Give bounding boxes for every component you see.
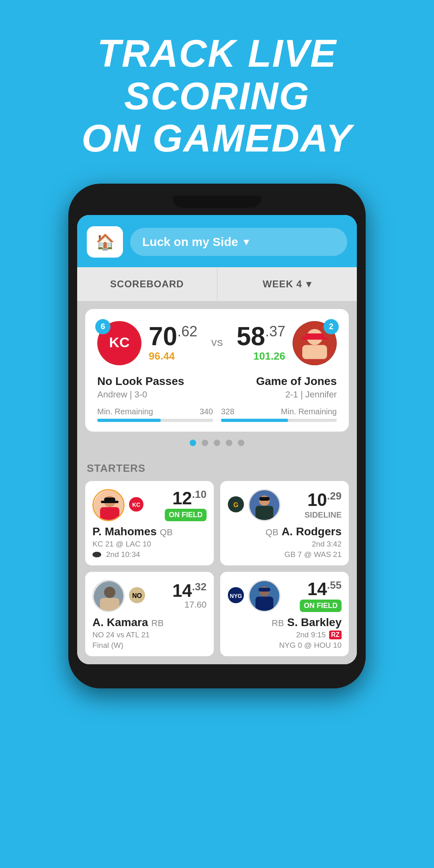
tab-week[interactable]: WEEK 4 ▾ xyxy=(217,267,357,301)
mahomes-pos: QB xyxy=(160,527,173,538)
right-progress-bg xyxy=(221,419,337,422)
progress-section: Min. Remaining 340 328 Min. Remaining xyxy=(97,407,337,422)
right-score-block: 58.37 101.26 xyxy=(237,323,285,362)
starters-grid: KC 12.10 ON FIELD P. Mahomes QB xyxy=(85,481,349,656)
left-score-main: 70.62 xyxy=(149,323,197,349)
svg-rect-7 xyxy=(301,337,328,340)
left-team-meta: Andrew | 3-0 xyxy=(97,389,201,400)
dot-1[interactable] xyxy=(190,440,196,446)
player-card-rodgers[interactable]: G xyxy=(220,481,349,565)
mahomes-quarter: 2nd 10:34 xyxy=(92,550,207,559)
starters-label: STARTERS xyxy=(85,462,349,475)
player-card-mahomes[interactable]: KC 12.10 ON FIELD P. Mahomes QB xyxy=(85,481,214,565)
player-card-kamara[interactable]: NO 14.32 17.60 A. Kamara RB xyxy=(85,572,214,656)
dot-2[interactable] xyxy=(202,440,208,446)
svg-text:KC: KC xyxy=(109,334,130,350)
barkley-score: 14.55 xyxy=(300,580,342,598)
gb-logo: G xyxy=(227,496,244,514)
rodgers-name: A. Rodgers xyxy=(282,525,342,538)
rodgers-quarter: GB 7 @ WAS 21 xyxy=(227,550,342,559)
rodgers-name-row: QB A. Rodgers xyxy=(227,525,342,538)
left-progress-bg xyxy=(97,419,213,422)
rodgers-pos: QB xyxy=(266,527,278,538)
redzone-badge: RZ xyxy=(329,631,342,639)
rodgers-photo xyxy=(248,489,280,521)
svg-text:NO: NO xyxy=(132,592,142,599)
match-card: KC 6 70.62 xyxy=(85,309,349,432)
mahomes-time: 2nd 10:34 xyxy=(106,550,140,559)
player-img-group-barkley: NYG xyxy=(227,580,280,612)
rodgers-time: 2nd 3:42 xyxy=(312,540,342,549)
team-right: 2 58.37 101.26 xyxy=(237,321,337,365)
right-projected: 101.26 xyxy=(237,350,285,362)
phone-wrapper: 🏠 Luck on my Side ▾ SCOREBOARD WEEK 4 ▾ xyxy=(0,184,434,688)
mahomes-score: 12.10 xyxy=(165,489,207,507)
barkley-name-row: RB S. Barkley xyxy=(227,616,342,629)
svg-text:G: G xyxy=(233,502,238,508)
kamara-proj: 17.60 xyxy=(172,600,207,610)
football-icon xyxy=(92,552,101,557)
barkley-game-info: NYG 0 @ HOU 10 xyxy=(227,641,342,650)
rodgers-game: GB 7 @ WAS 21 xyxy=(285,550,342,559)
team-selector-label: Luck on my Side xyxy=(142,235,238,249)
svg-rect-20 xyxy=(259,497,270,500)
starter-top-mahomes: KC 12.10 ON FIELD xyxy=(92,489,207,521)
barkley-score-block: 14.55 ON FIELD xyxy=(300,580,342,612)
player-card-barkley[interactable]: NYG xyxy=(220,572,349,656)
phone-screen: 🏠 Luck on my Side ▾ SCOREBOARD WEEK 4 ▾ xyxy=(77,215,357,664)
svg-rect-12 xyxy=(101,501,119,503)
svg-rect-23 xyxy=(100,598,119,612)
dot-3[interactable] xyxy=(214,440,220,446)
match-cards-area: KC 6 70.62 xyxy=(77,301,357,454)
kamara-score-block: 14.32 17.60 xyxy=(172,581,207,610)
dot-4[interactable] xyxy=(226,440,232,446)
right-min-number: 328 xyxy=(221,407,234,416)
kamara-name: A. Kamara xyxy=(92,616,148,629)
scores-row: KC 6 70.62 xyxy=(97,321,337,365)
player-img-group-kamara: NO xyxy=(92,580,145,612)
kamara-time: Final (W) xyxy=(92,641,123,650)
kamara-pos: RB xyxy=(151,618,164,628)
home-button[interactable]: 🏠 xyxy=(87,226,123,258)
team-selector[interactable]: Luck on my Side ▾ xyxy=(130,228,347,256)
left-min-number: 340 xyxy=(200,407,213,416)
barkley-game: NYG 0 @ HOU 10 xyxy=(279,641,342,650)
left-projected: 96.44 xyxy=(149,350,197,362)
svg-text:NYG: NYG xyxy=(230,593,242,599)
scoreboard-tabs: SCOREBOARD WEEK 4 ▾ xyxy=(77,267,357,301)
rodgers-score-block: 10.29 SIDELINE xyxy=(305,491,342,520)
right-min-label: Min. Remaining xyxy=(281,407,337,416)
no-logo: NO xyxy=(129,587,145,605)
right-team-meta: 2-1 | Jennifer xyxy=(233,389,337,400)
starter-top-kamara: NO 14.32 17.60 xyxy=(92,580,207,612)
svg-rect-5 xyxy=(302,345,327,359)
tab-scoreboard[interactable]: SCOREBOARD xyxy=(77,267,217,301)
mahomes-name: P. Mahomes xyxy=(92,525,157,538)
rodgers-status: SIDELINE xyxy=(305,510,342,520)
phone-notch xyxy=(173,196,261,208)
svg-text:KC: KC xyxy=(132,502,140,508)
right-team-name: Game of Jones xyxy=(233,375,337,388)
team-names-row: No Look Passes Andrew | 3-0 Game of Jone… xyxy=(97,375,337,400)
barkley-time: 2nd 9:15 xyxy=(296,631,326,639)
starter-top-rodgers: G xyxy=(227,489,342,521)
barkley-name: S. Barkley xyxy=(287,616,342,629)
player-img-group: KC xyxy=(92,489,144,521)
svg-rect-31 xyxy=(258,588,270,591)
page-title: TRACK LIVE SCORING ON GAMEDAY xyxy=(24,32,410,160)
barkley-quarter: 2nd 9:15 RZ xyxy=(227,631,342,639)
barkley-status: ON FIELD xyxy=(300,600,342,612)
left-progress-fill xyxy=(97,419,161,422)
phone-frame: 🏠 Luck on my Side ▾ SCOREBOARD WEEK 4 ▾ xyxy=(68,184,366,688)
kamara-result: Final (W) xyxy=(92,641,207,650)
barkley-photo xyxy=(248,580,280,612)
player-img-group-rodgers: G xyxy=(227,489,280,521)
mahomes-game: KC 21 @ LAC 10 xyxy=(92,540,151,549)
dot-5[interactable] xyxy=(238,440,244,446)
left-team-name: No Look Passes xyxy=(97,375,201,388)
right-progress: 328 Min. Remaining xyxy=(221,407,337,422)
barkley-pos: RB xyxy=(272,618,284,628)
team-logo-right-wrap: 2 xyxy=(293,321,337,365)
mahomes-name-row: P. Mahomes QB xyxy=(92,525,207,538)
week-chevron-icon: ▾ xyxy=(306,278,311,290)
